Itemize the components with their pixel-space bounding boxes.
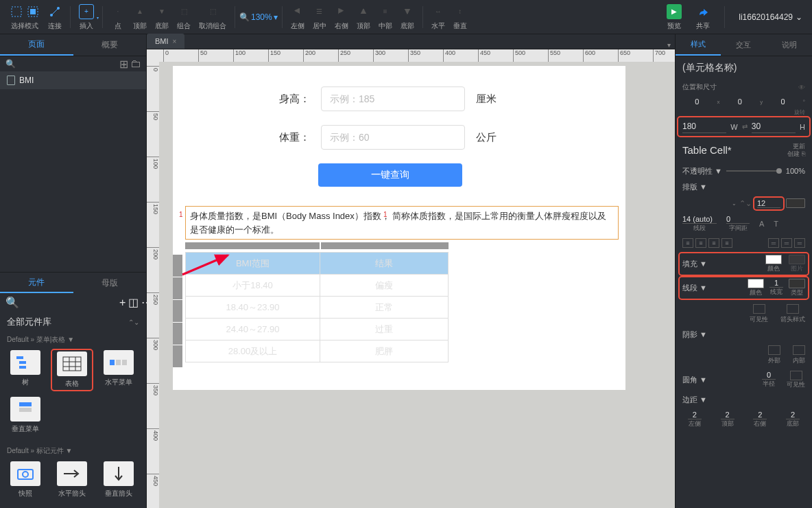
radius-label[interactable]: 圆角 ▼ [682,375,707,385]
weight-input[interactable] [321,125,465,150]
line-height-input[interactable] [682,215,717,224]
connect-icon[interactable] [48,5,62,19]
layout-label[interactable]: 排版 ▼ [682,182,707,192]
radius-vis-icon[interactable] [790,371,802,380]
description-text[interactable]: 11 身体质量指数，是BMI（Body Mass Index）指数， 简称体质指… [185,206,619,240]
font-size-input[interactable] [757,199,780,208]
dist-h-icon[interactable]: ↔ [431,5,445,19]
shadow-outer-icon[interactable] [768,345,780,355]
arrow-style-icon[interactable] [787,304,799,314]
align-left-icon[interactable]: ⯇ [291,5,304,19]
preview-button[interactable]: ▶ [667,4,682,19]
library-select[interactable]: 全部元件库 ⌃⌄ [0,312,146,332]
row-handle[interactable] [173,323,182,345]
tab-widgets[interactable]: 元件 [0,273,73,293]
widget-varrow[interactable]: 垂直箭头 [99,461,139,498]
align-justify-icon[interactable]: ≡ [721,238,732,248]
row-handle[interactable] [173,277,182,299]
dist-v-icon[interactable]: ↕ [453,5,467,19]
eye-icon[interactable]: 👁 [798,84,805,91]
point-icon[interactable]: · [111,5,125,19]
close-icon[interactable]: × [173,38,177,45]
select-rect-icon[interactable] [10,5,23,19]
widget-snapshot[interactable]: 快照 [5,461,45,498]
widget-hmenu[interactable]: 水平菜单 [99,350,139,390]
tab-interact[interactable]: 交互 [721,34,766,56]
fill-image-swatch[interactable] [789,255,805,264]
user-menu[interactable]: li16620164429⌄ [735,12,807,22]
height-input[interactable] [321,86,465,111]
query-button[interactable]: 一键查询 [318,163,462,187]
align-left-icon[interactable]: ≡ [682,238,693,248]
border-width-input[interactable] [769,279,783,288]
file-tab-bmi[interactable]: BMI × [147,34,184,49]
shadow-label[interactable]: 阴影 ▼ [682,330,707,340]
width-input[interactable] [682,120,726,133]
fill-color-swatch[interactable] [765,255,782,264]
folder-icon[interactable]: 🗀 [131,59,141,69]
select-contain-icon[interactable] [26,5,40,19]
row-handle[interactable] [173,345,182,367]
table-row[interactable]: 24.40～27.90过重 [186,319,449,340]
cell-name-field[interactable]: (单元格名称) [676,56,812,80]
align-center-icon[interactable]: ☰ [313,5,326,19]
visibility-icon[interactable] [753,304,765,314]
align-center-icon[interactable]: ≡ [695,238,706,248]
bmi-table-widget[interactable]: BMI范围 结果 小于18.40偏瘦18.40～23.90正常24.40～27.… [173,242,619,362]
shadow-inner-icon[interactable] [793,345,805,355]
cell-range[interactable]: 18.40～23.90 [186,297,320,319]
update-style[interactable]: 更新 [793,143,805,150]
th-result[interactable]: 结果 [320,253,449,275]
cell-result[interactable]: 肥胖 [320,340,449,362]
letter-spacing-input[interactable] [726,215,750,224]
table-row[interactable]: 18.40～23.90正常 [186,297,449,319]
z-top-icon[interactable]: ▲ [133,5,147,19]
insert-button[interactable]: + [79,4,94,19]
opacity-slider[interactable] [726,170,782,172]
cell-result[interactable]: 过重 [320,319,449,340]
font-stepper-icon[interactable]: ⌃⌄ [739,199,752,208]
pad-right-input[interactable] [753,411,767,419]
align-middle-icon[interactable]: ≡ [379,5,392,19]
group-icon[interactable]: ⬚ [177,5,191,19]
style-manage-icon[interactable]: ⎘ [802,150,805,157]
table-row[interactable]: 28.00及以上肥胖 [186,340,449,362]
cell-result[interactable]: 正常 [320,297,449,319]
artboard[interactable]: 身高： 厘米 体重： 公斤 一键查询 11 身体质量指数，是BMI（Body M… [173,66,625,390]
widgets-search-input[interactable] [22,299,117,307]
share-button[interactable] [695,4,710,19]
widget-table[interactable]: 表格 [52,350,92,390]
height-input[interactable] [752,120,796,133]
align-right-icon[interactable]: ≡ [708,238,719,248]
z-bottom-icon[interactable]: ▼ [155,5,169,19]
widget-vmenu[interactable]: 垂直菜单 [5,397,45,434]
cell-result[interactable]: 偏瘦 [320,275,449,297]
widget-tree[interactable]: 树 [5,350,45,390]
tab-style[interactable]: 样式 [676,34,721,56]
pages-search-input[interactable] [19,60,116,68]
canvas-viewport[interactable]: 050100150200250300350400450500 身高： 厘米 体重… [147,62,675,508]
valign-mid-icon[interactable]: ═ [781,238,792,248]
add-icon[interactable]: + [119,297,126,309]
lib-icon[interactable]: ◫ [128,296,139,309]
text-shadow-icon[interactable]: T [774,220,778,228]
tab-notes[interactable]: 说明 [767,34,812,56]
tab-pages[interactable]: 页面 [0,34,73,56]
tab-masters[interactable]: 母版 [73,273,147,293]
border-type[interactable] [789,279,805,288]
cell-range[interactable]: 28.00及以上 [186,340,320,362]
pad-top-input[interactable] [721,411,735,419]
row-handle[interactable] [173,300,182,322]
group-header-1[interactable]: Default » 菜单|表格 ▼ [0,332,146,347]
text-color-swatch[interactable] [786,198,805,208]
pad-bottom-input[interactable] [786,411,800,419]
text-color-icon[interactable]: A [759,220,764,228]
col-handle[interactable] [185,242,320,249]
group-header-2[interactable]: Default » 标记元件 ▼ [0,443,146,459]
lock-aspect-icon[interactable]: ⇄ [742,123,748,130]
widget-harrow[interactable]: 水平箭头 [52,461,92,498]
align-top-icon[interactable]: ⯅ [357,5,370,19]
valign-bot-icon[interactable]: ═ [794,238,805,248]
align-bottom-icon[interactable]: ⯆ [401,5,414,19]
create-style[interactable]: 创建 [787,150,800,157]
